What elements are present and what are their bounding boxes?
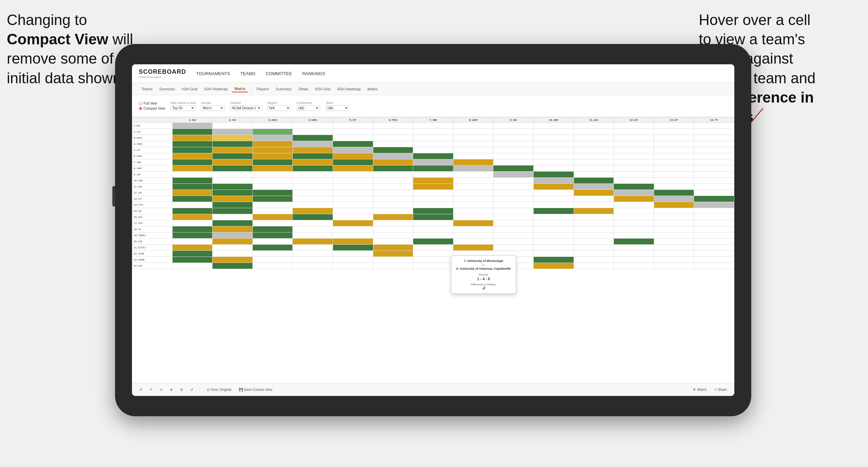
matrix-cell[interactable] <box>252 245 293 251</box>
matrix-cell[interactable] <box>373 232 413 239</box>
matrix-cell[interactable] <box>333 220 373 226</box>
matrix-cell[interactable] <box>333 153 373 159</box>
matrix-cell[interactable] <box>333 147 373 153</box>
matrix-cell[interactable] <box>493 172 534 178</box>
matrix-cell[interactable] <box>213 232 253 239</box>
matrix-cell[interactable] <box>293 159 333 165</box>
matrix-cell[interactable] <box>373 123 413 129</box>
matrix-cell[interactable] <box>293 147 333 153</box>
matrix-cell[interactable] <box>413 165 453 172</box>
matrix-cell[interactable] <box>533 257 574 263</box>
matrix-cell[interactable] <box>493 208 534 214</box>
matrix-cell[interactable] <box>213 226 253 232</box>
subnav-summary[interactable]: Summary <box>156 86 178 92</box>
matrix-cell[interactable] <box>373 184 413 190</box>
matrix-cell[interactable] <box>333 135 373 141</box>
matrix-cell[interactable] <box>252 172 293 178</box>
matrix-cell[interactable] <box>574 159 614 165</box>
matrix-cell[interactable] <box>493 239 534 245</box>
matrix-cell[interactable] <box>574 123 614 129</box>
matrix-cell[interactable] <box>413 190 453 196</box>
matrix-cell[interactable] <box>654 190 694 196</box>
matrix-cell[interactable] <box>413 208 453 214</box>
matrix-cell[interactable] <box>614 202 654 208</box>
matrix-cell[interactable] <box>574 135 614 141</box>
matrix-cell[interactable] <box>252 178 293 184</box>
compact-view-option[interactable]: Compact View <box>139 107 165 110</box>
matrix-cell[interactable] <box>453 172 493 178</box>
matrix-cell[interactable] <box>453 178 493 184</box>
matrix-cell[interactable] <box>413 220 453 226</box>
matrix-cell[interactable] <box>333 165 373 172</box>
matrix-cell[interactable] <box>213 202 253 208</box>
matrix-cell[interactable] <box>493 129 534 135</box>
matrix-cell[interactable] <box>453 239 493 245</box>
matrix-cell[interactable] <box>614 129 654 135</box>
matrix-cell[interactable] <box>614 135 654 141</box>
matrix-cell[interactable] <box>574 251 614 257</box>
matrix-cell[interactable] <box>293 178 333 184</box>
matrix-cell[interactable] <box>533 141 574 147</box>
matrix-cell[interactable] <box>614 257 654 263</box>
matrix-cell[interactable] <box>654 147 694 153</box>
toolbar-undo[interactable]: ↺ <box>137 387 144 393</box>
matrix-cell[interactable] <box>413 257 453 263</box>
matrix-cell[interactable] <box>373 165 413 172</box>
matrix-cell[interactable] <box>654 135 694 141</box>
matrix-cell[interactable] <box>172 202 213 208</box>
matrix-cell[interactable] <box>252 214 293 220</box>
matrix-cell[interactable] <box>614 159 654 165</box>
matrix-cell[interactable] <box>413 159 453 165</box>
matrix-cell[interactable] <box>252 165 293 172</box>
matrix-cell[interactable] <box>614 245 654 251</box>
matrix-cell[interactable] <box>213 147 253 153</box>
matrix-cell[interactable] <box>654 196 694 202</box>
matrix-cell[interactable] <box>574 141 614 147</box>
matrix-cell[interactable] <box>252 257 293 263</box>
matrix-cell[interactable] <box>172 251 213 257</box>
matrix-cell[interactable] <box>453 232 493 239</box>
matrix-cell[interactable] <box>453 184 493 190</box>
matrix-cell[interactable] <box>333 190 373 196</box>
subnav-teams[interactable]: Teams <box>139 86 155 92</box>
matrix-cell[interactable] <box>654 208 694 214</box>
matrix-cell[interactable] <box>614 196 654 202</box>
matrix-cell[interactable] <box>213 159 253 165</box>
region-select[interactable]: N/A <box>267 105 291 111</box>
nav-committee[interactable]: COMMITTEE <box>266 70 292 77</box>
matrix-cell[interactable] <box>493 153 534 159</box>
subnav-h2h-heatmap[interactable]: H2H Heatmap <box>201 86 230 92</box>
subnav-players-matrix[interactable]: Matrix <box>365 86 380 92</box>
matrix-cell[interactable] <box>213 153 253 159</box>
matrix-cell[interactable] <box>172 147 213 153</box>
matrix-cell[interactable] <box>493 245 534 251</box>
matrix-cell[interactable] <box>333 184 373 190</box>
matrix-cell[interactable] <box>574 245 614 251</box>
matrix-cell[interactable] <box>293 239 333 245</box>
matrix-cell[interactable] <box>533 208 574 214</box>
matrix-cell[interactable] <box>574 239 614 245</box>
matrix-cell[interactable] <box>333 257 373 263</box>
matrix-cell[interactable] <box>533 232 574 239</box>
matrix-cell[interactable] <box>172 141 213 147</box>
matrix-cell[interactable] <box>333 196 373 202</box>
matrix-cell[interactable] <box>574 190 614 196</box>
matrix-cell[interactable] <box>533 190 574 196</box>
matrix-cell[interactable] <box>293 245 333 251</box>
matrix-cell[interactable] <box>293 251 333 257</box>
matrix-cell[interactable] <box>453 220 493 226</box>
toolbar-reset[interactable]: ⊙ <box>158 387 164 393</box>
matrix-cell[interactable] <box>252 239 293 245</box>
matrix-cell[interactable] <box>574 220 614 226</box>
matrix-cell[interactable] <box>453 165 493 172</box>
matrix-cell[interactable] <box>172 135 213 141</box>
matrix-cell[interactable] <box>533 123 574 129</box>
matrix-cell[interactable] <box>533 263 574 269</box>
gender-select[interactable]: Men's <box>201 105 225 111</box>
matrix-cell[interactable] <box>252 202 293 208</box>
matrix-cell[interactable] <box>493 214 534 220</box>
matrix-cell[interactable] <box>333 178 373 184</box>
matrix-cell[interactable] <box>172 263 213 269</box>
matrix-cell[interactable] <box>694 141 734 147</box>
matrix-cell[interactable] <box>213 263 253 269</box>
